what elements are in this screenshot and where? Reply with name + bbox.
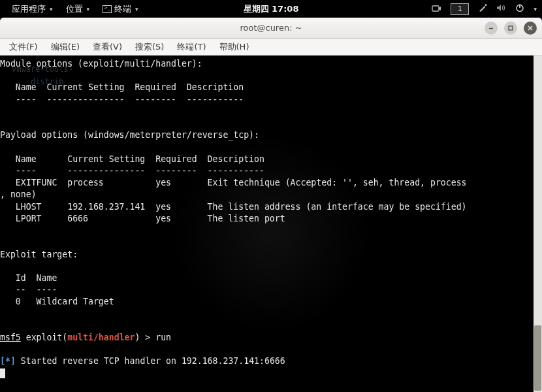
workspace-indicator[interactable]: 1 [451, 3, 469, 15]
terminal-output[interactable]: Module options (exploit/multi/handler): … [0, 56, 542, 392]
maximize-button[interactable] [504, 22, 517, 35]
terminal-window: root@curen: ~ 文件(F) 编辑(E) 查看(V) 搜索(S) 终端… [0, 18, 542, 392]
svg-rect-5 [509, 26, 513, 30]
table-divider: ---- --------------- -------- ----------… [0, 95, 244, 105]
msf-prompt-prefix: msf5 [0, 333, 21, 342]
status-bracket-open: [ [0, 356, 5, 366]
chevron-down-icon: ▾ [135, 6, 138, 12]
power-icon[interactable] [515, 3, 524, 14]
row-lhost: LHOST 192.168.237.141 yes The listen add… [0, 202, 467, 212]
scrollbar-vertical[interactable] [534, 56, 542, 392]
status-bracket-close: ] [10, 356, 16, 366]
terminal-menubar: 文件(F) 编辑(E) 查看(V) 搜索(S) 终端(T) 帮助(H) [0, 39, 542, 56]
menu-edit[interactable]: 编辑(E) [44, 39, 86, 55]
window-controls [485, 22, 537, 35]
window-list-terminal[interactable]: 终端 ▾ [96, 1, 145, 18]
status-message: Started reverse TCP handler on 192.168.2… [16, 356, 291, 366]
scrollbar-thumb[interactable] [534, 325, 541, 391]
row-exitfunc-cont: , none) [0, 189, 37, 199]
window-list-label: 终端 [114, 3, 131, 15]
terminal-body[interactable]: vmware-tools- distrib Module options (ex… [0, 56, 542, 392]
places-menu[interactable]: 位置 ▾ [59, 1, 97, 18]
status-star: * [5, 356, 10, 366]
menu-file[interactable]: 文件(F) [3, 39, 44, 55]
menu-search[interactable]: 搜索(S) [129, 39, 170, 55]
row-exitfunc: EXITFUNC process yes Exit technique (Acc… [0, 178, 467, 188]
target-table-header: Id Name [0, 273, 57, 283]
payload-header: Payload options (windows/meterpreter/rev… [0, 130, 259, 140]
applications-label: 应用程序 [12, 3, 46, 15]
payload-table-divider: ---- --------------- -------- ----------… [0, 166, 264, 176]
camera-icon[interactable] [431, 3, 441, 14]
menu-terminal[interactable]: 终端(T) [170, 39, 212, 55]
exploit-target-header: Exploit target: [0, 250, 78, 259]
chevron-down-icon: ▾ [50, 6, 53, 12]
places-label: 位置 [66, 3, 83, 15]
window-titlebar[interactable]: root@curen: ~ [0, 18, 542, 39]
svg-point-1 [485, 4, 487, 6]
window-title: root@curen: ~ [240, 23, 302, 33]
msf-prompt-tail: ) > run [135, 333, 171, 342]
minimize-button[interactable] [485, 22, 498, 35]
brush-icon[interactable] [478, 3, 487, 14]
ghost-text-desktop: vmware-tools- distrib [12, 63, 73, 88]
gnome-top-panel: 应用程序 ▾ 位置 ▾ 终端 ▾ 星期四 17:08 1 ▾ [0, 0, 542, 18]
msf-prompt-exploit: exploit( [21, 333, 67, 342]
menu-view[interactable]: 查看(V) [86, 39, 129, 55]
menu-help[interactable]: 帮助(H) [213, 39, 256, 55]
panel-left-cluster: 应用程序 ▾ 位置 ▾ 终端 ▾ [5, 1, 145, 18]
terminal-cursor [0, 368, 5, 378]
chevron-down-icon: ▾ [534, 6, 537, 12]
panel-right-cluster: 1 ▾ [431, 3, 537, 15]
chevron-down-icon: ▾ [87, 6, 90, 12]
terminal-icon [103, 5, 112, 13]
payload-table-header: Name Current Setting Required Descriptio… [0, 154, 264, 164]
row-lport: LPORT 6666 yes The listen port [0, 214, 285, 223]
svg-rect-0 [432, 6, 439, 11]
msf-prompt-module: multi/handler [67, 333, 135, 342]
applications-menu[interactable]: 应用程序 ▾ [5, 1, 59, 18]
target-row: 0 Wildcard Target [0, 297, 114, 306]
target-table-divider: -- ---- [0, 285, 57, 295]
close-button[interactable] [524, 22, 537, 35]
volume-icon[interactable] [496, 3, 506, 14]
clock[interactable]: 星期四 17:08 [244, 1, 299, 18]
